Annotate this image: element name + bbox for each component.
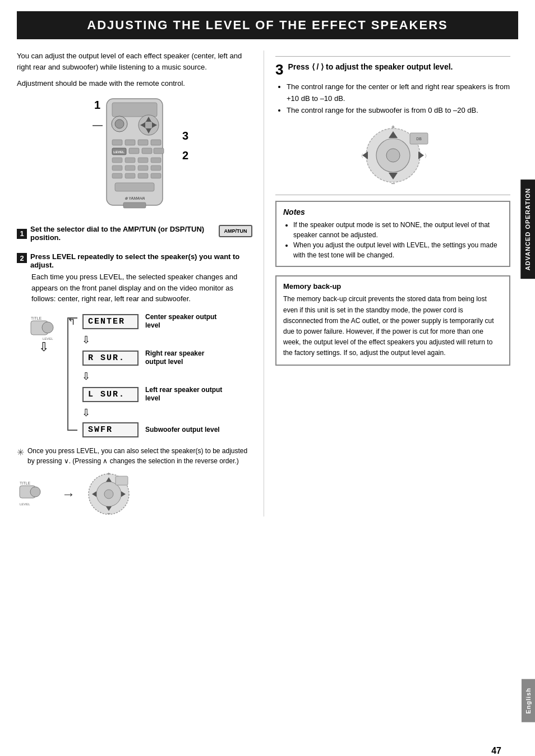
remote-control-svg: LEVEL (98, 96, 188, 214)
note-item-2: When you adjust the output level with LE… (293, 240, 502, 260)
svg-rect-24 (125, 165, 135, 170)
svg-text:LEVEL: LEVEL (20, 503, 30, 506)
intro-text2: Adjustment should be made with the remot… (17, 79, 252, 87)
svg-text:TITLE: TITLE (31, 316, 41, 320)
step3-bullets: The control range for the center or left… (275, 81, 510, 116)
svg-rect-25 (138, 165, 148, 170)
svg-rect-31 (115, 183, 154, 191)
svg-rect-30 (151, 173, 161, 178)
mid-divider (275, 195, 510, 195)
right-remote-area: + – 〈 〉 DB (275, 125, 510, 186)
svg-rect-52 (116, 476, 128, 485)
display-row-lsur: ↰ L SUR. Left rear speaker output level (67, 386, 224, 403)
svg-marker-56 (418, 151, 424, 159)
svg-text:〈: 〈 (358, 153, 363, 159)
step2-body: Each time you press LEVEL, the selected … (31, 271, 252, 305)
svg-text:–: – (107, 510, 110, 516)
svg-text:⊕ YAMAHA: ⊕ YAMAHA (124, 196, 145, 200)
center-label: Center speaker output level (145, 313, 224, 330)
svg-text:LEVEL: LEVEL (113, 150, 124, 154)
display-swfr: SWFR (82, 422, 139, 437)
level-button-icon: TITLE LEVEL (28, 313, 59, 341)
svg-text:〉: 〉 (425, 153, 430, 159)
display-diagram-inner: TITLE LEVEL ⇩ (28, 313, 252, 438)
tip-text: Once you press LEVEL, you can also selec… (27, 446, 252, 466)
svg-text:+: + (107, 472, 110, 477)
svg-rect-33 (123, 202, 146, 208)
lsur-label: Left rear speaker output level (145, 386, 224, 403)
svg-point-59 (386, 149, 400, 162)
svg-rect-22 (151, 158, 161, 163)
dpad-icon: + – (86, 472, 131, 517)
step2-num: 2 (17, 253, 27, 263)
svg-rect-27 (112, 173, 122, 178)
svg-point-41 (30, 487, 40, 497)
svg-point-49 (104, 490, 113, 499)
svg-rect-26 (151, 165, 161, 170)
svg-rect-11 (125, 140, 135, 145)
remote-illustration: 1 3 2 (17, 96, 252, 214)
page-header: ADJUSTING THE LEVEL OF THE EFFECT SPEAKE… (17, 11, 518, 39)
svg-rect-1 (112, 103, 157, 117)
bottom-level-icon: TITLE LEVEL (17, 479, 50, 510)
svg-rect-29 (138, 173, 148, 178)
tip-icon: ✳ (17, 447, 24, 458)
svg-rect-21 (138, 158, 148, 163)
svg-point-5 (144, 121, 153, 130)
step1-num: 1 (17, 229, 27, 239)
svg-point-37 (42, 322, 53, 333)
amptun-button: AMP/TUN (219, 225, 252, 237)
display-rows: ↰ CENTER Center speaker output level ⇩ ↰… (67, 313, 224, 438)
rsur-label: Right rear speaker output level (145, 349, 224, 367)
svg-text:+: + (391, 125, 394, 130)
svg-rect-17 (142, 148, 152, 154)
step3-section: 3 Press ⟨ / ⟩ to adjust the speaker outp… (275, 62, 510, 116)
page-title: ADJUSTING THE LEVEL OF THE EFFECT SPEAKE… (28, 18, 507, 33)
content-area: You can adjust the output level of each … (0, 50, 535, 517)
notes-list: If the speaker output mode is set to NON… (283, 220, 502, 260)
svg-rect-28 (125, 173, 135, 178)
down-arrow-2: ⇩ (67, 370, 224, 382)
top-divider (275, 56, 510, 57)
svg-rect-10 (112, 140, 122, 145)
advanced-operation-tab: ADVANCED OPERATION (520, 179, 535, 279)
tip-section: ✳ Once you press LEVEL, you can also sel… (17, 446, 252, 466)
svg-rect-18 (154, 148, 164, 154)
left-column: You can adjust the output level of each … (17, 50, 264, 517)
intro-text1: You can adjust the output level of each … (17, 50, 252, 72)
down-arrow-icon: ⇩ (39, 341, 49, 353)
step1-section: 1 Set the selector dial to the AMP/TUN (… (17, 225, 252, 244)
display-row-swfr: ↰ SWFR Subwoofer output level (67, 422, 224, 437)
display-row-center: ↰ CENTER Center speaker output level (67, 313, 224, 330)
svg-text:TITLE: TITLE (20, 481, 30, 485)
page-number: 47 (491, 746, 501, 756)
display-row-rsur: ↰ R SUR. Right rear speaker output level (67, 349, 224, 367)
svg-text:–: – (391, 179, 395, 186)
notes-box: Notes If the speaker output mode is set … (275, 201, 510, 267)
down-arrow-3: ⇩ (67, 407, 224, 419)
display-diagram: TITLE LEVEL ⇩ (28, 313, 252, 438)
svg-rect-19 (112, 158, 122, 163)
display-lsur: L SUR. (82, 387, 139, 402)
step2-section: 2 Press LEVEL repeatedly to select the s… (17, 252, 252, 305)
step2-title: Press LEVEL repeatedly to select the spe… (30, 252, 252, 269)
loop-bracket (67, 317, 77, 431)
down-arrow-1: ⇩ (67, 334, 224, 346)
memory-backup-box: Memory back-up The memory back-up circui… (275, 275, 510, 365)
notes-title: Notes (283, 208, 502, 216)
right-column: 3 Press ⟨ / ⟩ to adjust the speaker outp… (264, 50, 510, 517)
bottom-diagram: TITLE LEVEL → (17, 472, 252, 517)
memory-backup-title: Memory back-up (283, 282, 502, 291)
svg-rect-16 (129, 148, 139, 154)
english-tab: English (522, 679, 535, 722)
memory-backup-text: The memory back-up circuit prevents the … (283, 294, 502, 358)
step1-arrow (93, 117, 143, 140)
step3-title: Press ⟨ / ⟩ to adjust the speaker output… (288, 62, 453, 71)
step3-header: 3 Press ⟨ / ⟩ to adjust the speaker outp… (275, 62, 510, 77)
display-center: CENTER (82, 314, 139, 329)
swfr-label: Subwoofer output level (145, 426, 220, 435)
note-item-1: If the speaker output mode is set to NON… (293, 220, 502, 240)
step3-bullet-2: The control range for the subwoofer is f… (287, 105, 510, 117)
step3-bullet-1: The control range for the center or left… (287, 81, 510, 105)
svg-rect-23 (112, 165, 122, 170)
